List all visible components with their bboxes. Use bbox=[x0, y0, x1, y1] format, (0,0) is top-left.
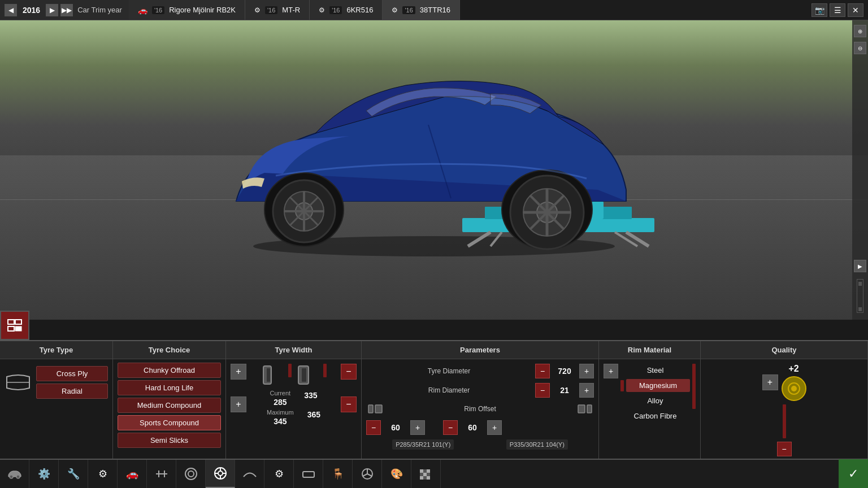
quality-plus[interactable]: + bbox=[762, 374, 778, 390]
rim-offset-right-minus[interactable]: − bbox=[443, 420, 458, 435]
tab-car[interactable]: 🚗 '16 Rigore Mjölnir RB2K bbox=[129, 0, 245, 20]
tyre-width-rear-minus[interactable]: − bbox=[341, 396, 357, 412]
finish-toolbar-icon bbox=[418, 466, 434, 482]
toolbar-finish-button[interactable] bbox=[411, 460, 441, 488]
tyre-width-front-minus[interactable]: − bbox=[341, 364, 357, 380]
svg-rect-66 bbox=[427, 476, 430, 480]
trim-label: Car Trim year bbox=[75, 6, 124, 14]
toolbar-settings-button[interactable]: ⚙️ bbox=[29, 460, 59, 488]
tyre-choice-hardlong[interactable]: Hard Long Life bbox=[118, 380, 221, 395]
toolbar-diff-button[interactable]: ⚙ bbox=[264, 460, 294, 488]
svg-point-48 bbox=[218, 471, 223, 476]
tab-engine-label: MT-R bbox=[282, 6, 300, 14]
tyre-diameter-label: Tyre Diameter bbox=[366, 367, 532, 375]
toolbar-car-button[interactable] bbox=[0, 460, 29, 488]
car-viewport: ⊕ ⊖ ▶ ||| ||| bbox=[0, 20, 868, 320]
close-button[interactable]: ✕ bbox=[848, 3, 863, 17]
quality-value: +2 bbox=[788, 364, 798, 374]
tab-gearbox[interactable]: ⚙ '16 6KR516 bbox=[310, 0, 383, 20]
tyre-specs-row: P285/35R21 101(Y) P335/30R21 104(Y) bbox=[366, 439, 594, 450]
toolbar-damage-button[interactable]: 🚗 bbox=[118, 460, 147, 488]
parameters-header: Parameters bbox=[362, 341, 598, 359]
quality-minus[interactable]: − bbox=[777, 442, 792, 456]
tab-wheel-year: '16 bbox=[402, 6, 415, 14]
toggle-panel-button[interactable] bbox=[0, 311, 29, 340]
tyre-option-crossply[interactable]: Cross Ply bbox=[36, 366, 108, 381]
svg-rect-60 bbox=[427, 469, 430, 473]
toolbar-suspension-button[interactable] bbox=[147, 460, 176, 488]
tyre-choice-medium[interactable]: Medium Compound bbox=[118, 398, 221, 413]
menu-button[interactable]: ☰ bbox=[830, 3, 845, 17]
tyre-option-radial[interactable]: Radial bbox=[36, 384, 108, 399]
svg-point-39 bbox=[791, 386, 797, 391]
rim-carbonfibre-option[interactable]: Carbon Fibre bbox=[620, 409, 690, 422]
rim-material-plus[interactable]: + bbox=[604, 364, 618, 378]
tyre-width-header: Tyre Width bbox=[226, 341, 361, 359]
screenshot-button[interactable]: 📷 bbox=[811, 3, 827, 17]
tyre-spec-front: P285/35R21 101(Y) bbox=[392, 439, 454, 450]
rim-diameter-minus[interactable]: − bbox=[535, 383, 550, 398]
tyre-choice-chunky[interactable]: Chunky Offroad bbox=[118, 363, 221, 378]
zoom-in-button[interactable]: ⊕ bbox=[854, 25, 866, 37]
rotate-button[interactable]: ▶ bbox=[854, 260, 866, 272]
toolbar-livery-button[interactable]: 🎨 bbox=[382, 460, 411, 488]
bottom-toolbar: ⚙️ 🔧 ⚙ 🚗 ⚙ 🪑 bbox=[0, 459, 868, 488]
toolbar-steering-button[interactable] bbox=[353, 460, 382, 488]
rim-offset-left-plus[interactable]: + bbox=[410, 420, 425, 435]
toolbar-wheel-button[interactable] bbox=[206, 460, 235, 488]
rim-diameter-plus[interactable]: + bbox=[579, 383, 594, 398]
tyre-diameter-plus[interactable]: + bbox=[579, 364, 594, 378]
window-controls: 📷 ☰ ✕ bbox=[807, 3, 868, 17]
toolbar-advanced-button[interactable]: ⚙ bbox=[88, 460, 118, 488]
tyre-choice-content: Chunky Offroad Hard Long Life Medium Com… bbox=[113, 359, 225, 459]
prev-year-button[interactable]: ◀ bbox=[5, 4, 17, 16]
toolbar-parts-button[interactable]: 🔧 bbox=[59, 460, 88, 488]
rear-tyre-icon bbox=[296, 364, 319, 386]
tyre-options: Cross Ply Radial bbox=[36, 366, 108, 399]
rim-offset-values-row: − 60 + − 60 + bbox=[366, 420, 594, 435]
quality-top: + +2 bbox=[762, 364, 806, 401]
rim-magnesium-option[interactable]: Magnesium bbox=[626, 379, 690, 392]
body-toolbar-icon bbox=[301, 466, 316, 482]
tyre-diameter-minus[interactable]: − bbox=[535, 364, 550, 378]
maximum-label: Maximum bbox=[267, 409, 294, 416]
tyre-choice-semislicks[interactable]: Semi Slicks bbox=[118, 433, 221, 448]
toolbar-brakes-button[interactable] bbox=[176, 460, 206, 488]
rim-bar-top bbox=[692, 364, 696, 409]
right-panel: ⊕ ⊖ ▶ ||| ||| bbox=[852, 20, 868, 320]
tyre-choice-section: Tyre Choice Chunky Offroad Hard Long Lif… bbox=[113, 341, 226, 459]
rim-alloy-option[interactable]: Alloy bbox=[620, 394, 690, 407]
toolbar-interior-button[interactable]: 🪑 bbox=[323, 460, 353, 488]
year-display: 2016 bbox=[19, 6, 44, 15]
svg-rect-59 bbox=[423, 469, 427, 473]
svg-line-6 bbox=[615, 232, 637, 246]
tab-wheel[interactable]: ⚙ '16 38TTR16 bbox=[383, 0, 460, 20]
tab-engine-year: '16 bbox=[265, 6, 277, 14]
rim-offset-right-plus[interactable]: + bbox=[487, 420, 502, 435]
svg-rect-61 bbox=[420, 473, 423, 476]
toolbar-aero-button[interactable] bbox=[235, 460, 264, 488]
zoom-out-button[interactable]: ⊖ bbox=[854, 42, 866, 54]
rim-steel-option[interactable]: Steel bbox=[620, 364, 690, 377]
rim-magnesium-bar bbox=[620, 380, 624, 391]
tyre-choice-sports[interactable]: Sports Compound bbox=[118, 415, 221, 430]
car-svg bbox=[191, 37, 677, 263]
rim-material-content: + Steel Magnesium Alloy Carbon Fibre bbox=[599, 359, 700, 430]
toolbar-body-button[interactable] bbox=[294, 460, 323, 488]
interior-toolbar-icon: 🪑 bbox=[330, 466, 346, 482]
parts-toolbar-icon: 🔧 bbox=[66, 466, 81, 482]
rim-offset-left-minus[interactable]: − bbox=[366, 420, 381, 435]
next-year-button[interactable]: ▶ bbox=[46, 4, 58, 16]
rim-material-section: Rim Material + Steel Magnesium Alloy bbox=[599, 341, 701, 459]
accept-button[interactable]: ✓ bbox=[839, 459, 868, 488]
fast-forward-button[interactable]: ▶▶ bbox=[60, 4, 73, 16]
quality-section: Quality + +2 − +0 bbox=[701, 341, 868, 459]
rim-magnesium-row: Magnesium bbox=[620, 379, 690, 392]
tab-gearbox-year: '16 bbox=[329, 6, 342, 14]
tab-engine[interactable]: ⚙ '16 MT-R bbox=[245, 0, 310, 20]
tyre-width-rear-plus[interactable]: + bbox=[231, 396, 246, 412]
tyre-width-front-plus[interactable]: + bbox=[231, 364, 246, 380]
tyre-type-section: Tyre Type Cross Ply Radial bbox=[0, 341, 113, 459]
svg-rect-62 bbox=[423, 473, 427, 476]
max-values: Maximum 345 bbox=[267, 409, 294, 426]
